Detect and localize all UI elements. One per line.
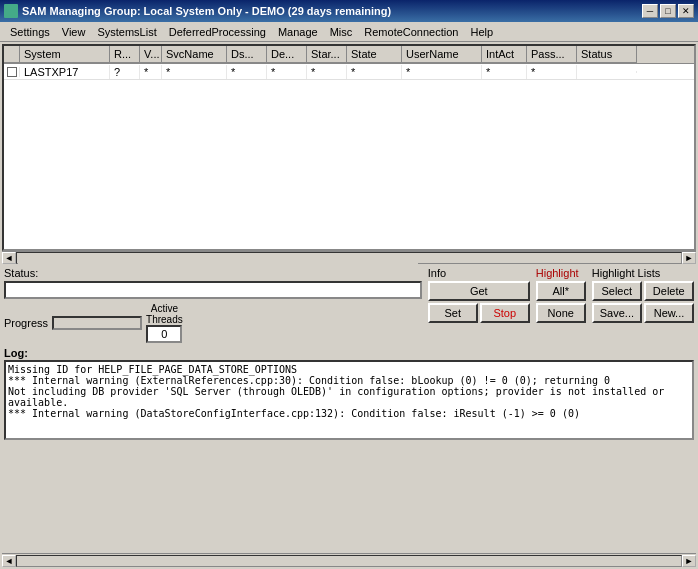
active-threads-container: Active Threads 0 [146, 303, 183, 343]
cell-ds: * [227, 65, 267, 79]
th-system[interactable]: System [20, 46, 110, 63]
progress-label: Progress [4, 317, 48, 329]
active-threads-label: Active [151, 303, 178, 314]
log-section: Log: Missing ID for HELP_FILE_PAGE_DATA_… [2, 345, 696, 552]
th-svcname[interactable]: SvcName [162, 46, 227, 63]
log-area[interactable]: Missing ID for HELP_FILE_PAGE_DATA_STORE… [4, 360, 694, 440]
status-input[interactable] [4, 281, 422, 299]
cell-intact: * [482, 65, 527, 79]
close-button[interactable]: ✕ [678, 4, 694, 18]
hscroll-left-btn[interactable]: ◄ [2, 252, 16, 264]
cell-system: LASTXP17 [20, 65, 110, 79]
all-button[interactable]: All* [536, 281, 586, 301]
cell-username: * [402, 65, 482, 79]
th-r[interactable]: R... [110, 46, 140, 63]
get-button[interactable]: Get [428, 281, 530, 301]
stop-button[interactable]: Stop [480, 303, 530, 323]
bscroll-track[interactable] [16, 555, 682, 567]
menu-manage[interactable]: Manage [272, 24, 324, 40]
menu-systemslist[interactable]: SystemsList [91, 24, 162, 40]
maximize-button[interactable]: □ [660, 4, 676, 18]
th-state[interactable]: State [347, 46, 402, 63]
info-label: Info [428, 267, 446, 279]
save-button[interactable]: Save... [592, 303, 642, 323]
status-section: Status: Progress Active Threads 0 [4, 267, 422, 343]
hscroll-thumb[interactable] [18, 254, 418, 264]
th-pass[interactable]: Pass... [527, 46, 577, 63]
highlight-buttons: All* None [536, 281, 586, 323]
hscroll-right-btn[interactable]: ► [682, 252, 696, 264]
th-username[interactable]: UserName [402, 46, 482, 63]
progress-bar-container [52, 316, 142, 330]
row-checkbox-cell[interactable] [4, 67, 20, 77]
cell-star: * [307, 65, 347, 79]
table-body: LASTXP17 ? * * * * * * * * * [4, 64, 694, 249]
cell-svc: * [162, 65, 227, 79]
menu-misc[interactable]: Misc [324, 24, 359, 40]
th-v[interactable]: V... [140, 46, 162, 63]
status-label: Status: [4, 267, 422, 279]
th-checkbox[interactable] [4, 46, 20, 63]
highlight-lists-section: Highlight Lists Select Delete Save... Ne… [592, 267, 694, 323]
log-label: Log: [4, 347, 694, 359]
menu-view[interactable]: View [56, 24, 92, 40]
set-button[interactable]: Set [428, 303, 478, 323]
th-de[interactable]: De... [267, 46, 307, 63]
bscroll-right-btn[interactable]: ► [682, 555, 696, 567]
delete-button[interactable]: Delete [644, 281, 694, 301]
menu-bar: Settings View SystemsList DeferredProces… [0, 22, 698, 42]
new-button[interactable]: New... [644, 303, 694, 323]
menu-settings[interactable]: Settings [4, 24, 56, 40]
menu-deferredprocessing[interactable]: DeferredProcessing [163, 24, 272, 40]
cell-status [577, 71, 637, 73]
table-header: System R... V... SvcName Ds... De... Sta… [4, 46, 694, 64]
window-title: SAM Managing Group: Local System Only - … [22, 5, 391, 17]
highlight-section: Highlight All* None [536, 267, 586, 323]
bottom-scroll[interactable]: ◄ ► [2, 553, 696, 567]
minimize-button[interactable]: ─ [642, 4, 658, 18]
row-checkbox[interactable] [7, 67, 17, 77]
main-container: System R... V... SvcName Ds... De... Sta… [0, 42, 698, 569]
highlight-label: Highlight [536, 267, 579, 279]
bscroll-left-btn[interactable]: ◄ [2, 555, 16, 567]
progress-row: Progress Active Threads 0 [4, 303, 422, 343]
table-row[interactable]: LASTXP17 ? * * * * * * * * * [4, 64, 694, 80]
th-status[interactable]: Status [577, 46, 637, 63]
title-bar: SAM Managing Group: Local System Only - … [0, 0, 698, 22]
th-star[interactable]: Star... [307, 46, 347, 63]
app-icon [4, 4, 18, 18]
highlight-lists-label: Highlight Lists [592, 267, 660, 279]
cell-v: * [140, 65, 162, 79]
active-threads-input[interactable]: 0 [146, 325, 182, 343]
menu-remoteconnection[interactable]: RemoteConnection [358, 24, 464, 40]
controls-row: Status: Progress Active Threads 0 Info G… [2, 265, 696, 345]
menu-help[interactable]: Help [464, 24, 499, 40]
cell-pass: * [527, 65, 577, 79]
cell-state: * [347, 65, 402, 79]
select-button[interactable]: Select [592, 281, 642, 301]
cell-de: * [267, 65, 307, 79]
threads-label: Threads [146, 314, 183, 325]
hscroll-track[interactable] [16, 252, 682, 264]
cell-r: ? [110, 65, 140, 79]
th-intact[interactable]: IntAct [482, 46, 527, 63]
none-button[interactable]: None [536, 303, 586, 323]
table-hscroll[interactable]: ◄ ► [2, 251, 696, 265]
th-ds[interactable]: Ds... [227, 46, 267, 63]
info-buttons: Get Set Stop [428, 281, 530, 323]
systems-table: System R... V... SvcName Ds... De... Sta… [2, 44, 696, 251]
info-section: Info Get Set Stop [428, 267, 530, 323]
